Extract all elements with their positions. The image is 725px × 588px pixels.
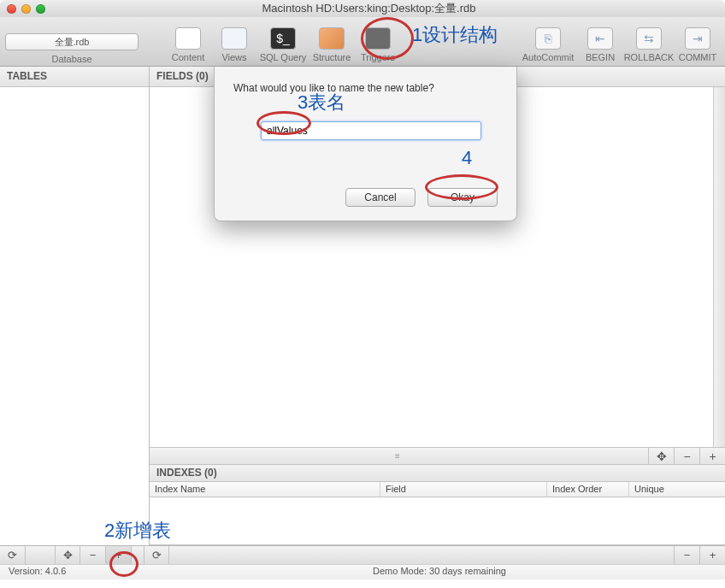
move-table-button[interactable]: ✥ [55, 546, 80, 564]
structure-button[interactable]: Structure [309, 26, 354, 64]
autocommit-icon: ⎘ [535, 27, 561, 50]
content-label: Content [172, 52, 205, 62]
rollback-label: ROLLBACK [624, 52, 675, 62]
refresh-tables-button[interactable]: ⟳ [0, 546, 26, 564]
content-icon [175, 27, 201, 50]
col-unique[interactable]: Unique [629, 482, 725, 497]
begin-icon: ⇤ [587, 27, 613, 50]
commit-label: COMMIT [679, 52, 717, 62]
structure-icon [319, 27, 345, 50]
titlebar: Macintosh HD:Users:king:Desktop:全量.rdb [0, 0, 725, 17]
indexes-header: INDEXES (0) [150, 465, 725, 482]
structure-label: Structure [313, 52, 351, 62]
views-button[interactable]: Views [212, 26, 256, 64]
triggers-button[interactable]: Triggers [356, 26, 400, 64]
commit-icon: ⇥ [685, 27, 710, 50]
dialog-prompt: What would you like to name the new tabl… [233, 82, 498, 94]
database-label: Database [51, 54, 91, 64]
indexes-columns: Index Name Field Index Order Unique [150, 482, 725, 497]
fields-toolbar: ≡ ✥ − + [150, 448, 725, 465]
sqlquery-label: SQL Query [260, 52, 307, 62]
index-remove-button[interactable]: − [674, 546, 699, 564]
content-button[interactable]: Content [166, 26, 210, 64]
index-add-button[interactable]: + [699, 546, 725, 564]
autocommit-label: AutoCommit [522, 52, 575, 62]
views-icon [221, 27, 247, 50]
statusbar: Version: 4.0.6 Demo Mode: 30 days remain… [0, 564, 725, 579]
sidebar: TABLES [0, 67, 150, 545]
remove-table-button[interactable]: − [80, 546, 106, 564]
begin-label: BEGIN [586, 52, 615, 62]
add-table-button[interactable]: + [106, 546, 132, 564]
database-selector-group: 全量.rdb Database [5, 28, 139, 64]
new-table-dialog: What would you like to name the new tabl… [214, 67, 517, 221]
bottombar: ⟳ ✥ − + ⟳ − + [0, 545, 725, 564]
drag-handle-icon[interactable]: ≡ [150, 451, 648, 461]
triggers-icon [365, 27, 391, 50]
triggers-label: Triggers [361, 52, 395, 62]
autocommit-button[interactable]: ⎘ AutoCommit [520, 26, 576, 64]
sqlquery-button[interactable]: $_ SQL Query [258, 26, 308, 64]
database-selector[interactable]: 全量.rdb [5, 33, 139, 50]
indexes-body [150, 497, 725, 545]
demo-label: Demo Mode: 30 days remaining [162, 566, 716, 579]
rollback-icon: ⇆ [636, 27, 662, 50]
sidebar-header-tables: TABLES [0, 67, 149, 87]
col-index-name[interactable]: Index Name [150, 482, 380, 497]
col-field[interactable]: Field [380, 482, 547, 497]
refresh-content-button[interactable]: ⟳ [144, 546, 169, 564]
toolbar: 全量.rdb Database Content Views $_ SQL Que… [0, 17, 725, 67]
sqlquery-icon: $_ [270, 27, 296, 50]
rollback-button[interactable]: ⇆ ROLLBACK [624, 26, 674, 64]
views-label: Views [221, 52, 246, 62]
cancel-button[interactable]: Cancel [345, 188, 416, 207]
fields-add-button[interactable]: + [699, 448, 725, 464]
window-title: Macintosh HD:Users:king:Desktop:全量.rdb [13, 1, 725, 16]
fields-remove-button[interactable]: − [674, 448, 699, 464]
begin-button[interactable]: ⇤ BEGIN [578, 26, 622, 64]
okay-button[interactable]: Okay [427, 188, 498, 207]
commit-button[interactable]: ⇥ COMMIT [675, 26, 720, 64]
scrollbar[interactable] [713, 87, 725, 447]
col-index-order[interactable]: Index Order [547, 482, 629, 497]
fields-move-button[interactable]: ✥ [648, 448, 674, 464]
table-name-input[interactable] [261, 121, 481, 140]
